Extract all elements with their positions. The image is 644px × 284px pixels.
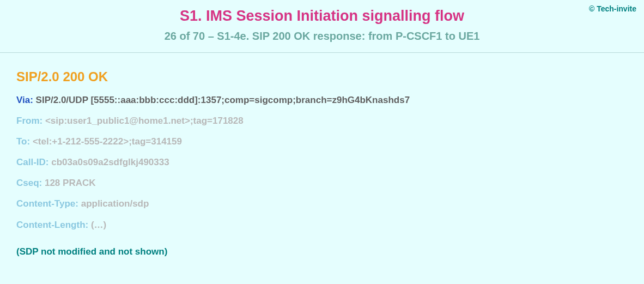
sip-header-content-length: Content-Length: (…) (16, 219, 628, 231)
copyright-label: © Tech-invite (589, 4, 636, 13)
clen-value: (…) (88, 220, 106, 230)
ctype-key: Content-Type: (16, 198, 78, 209)
cseq-key: Cseq: (16, 178, 42, 188)
sip-header-to: To: <tel:+1-212-555-2222>;tag=314159 (16, 136, 628, 148)
to-value: <tel:+1-212-555-2222>;tag=314159 (30, 136, 182, 147)
cseq-value: 128 PRACK (42, 178, 95, 188)
sdp-footnote: (SDP not modified and not shown) (16, 246, 628, 257)
sip-header-callid: Call-ID: cb03a0s09a2sdfglkj490333 (16, 156, 628, 168)
callid-key: Call-ID: (16, 157, 49, 167)
from-key: From: (16, 116, 42, 126)
via-key: Via: (16, 95, 33, 105)
sip-message-content: SIP/2.0 200 OK Via: SIP/2.0/UDP [5555::a… (0, 53, 644, 268)
page-subtitle: 26 of 70 – S1-4e. SIP 200 OK response: f… (0, 30, 644, 43)
sip-status-line: SIP/2.0 200 OK (16, 69, 628, 84)
sip-header-content-type: Content-Type: application/sdp (16, 198, 628, 210)
sip-header-cseq: Cseq: 128 PRACK (16, 177, 628, 189)
sip-header-from: From: <sip:user1_public1@home1.net>;tag=… (16, 115, 628, 127)
via-value: SIP/2.0/UDP [5555::aaa:bbb:ccc:ddd]:1357… (33, 95, 410, 105)
page-header: S1. IMS Session Initiation signalling fl… (0, 0, 644, 53)
from-value: <sip:user1_public1@home1.net>;tag=171828 (42, 116, 244, 126)
ctype-value: application/sdp (78, 198, 149, 209)
clen-key: Content-Length: (16, 220, 88, 230)
page-title: S1. IMS Session Initiation signalling fl… (0, 8, 644, 25)
sip-header-via: Via: SIP/2.0/UDP [5555::aaa:bbb:ccc:ddd]… (16, 94, 628, 106)
callid-value: cb03a0s09a2sdfglkj490333 (49, 157, 169, 167)
to-key: To: (16, 136, 30, 147)
